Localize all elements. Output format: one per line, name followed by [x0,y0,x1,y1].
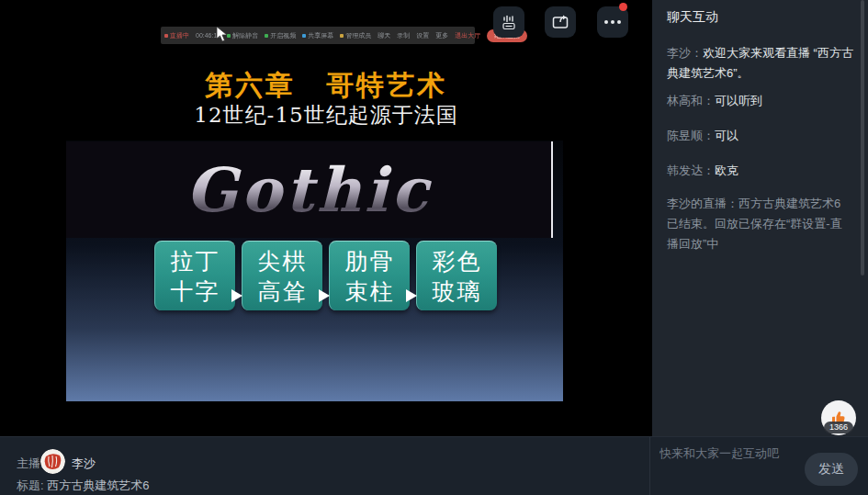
chat-message: 林高和：可以听到 [667,91,855,111]
slide-box-stained-glass: 彩色 玻璃 [416,241,497,310]
captured-meeting-toolbar: 直播中 00:46:10 解除静音 开启视频 共享屏幕 管理成员 聊天 录制 设… [161,27,475,44]
chat-input[interactable] [659,446,797,460]
gothic-logo-text: Gothic [186,154,432,226]
toolbar-exit-label: 退出大厅 [455,31,480,40]
box-line: 十字 [171,276,220,307]
chat-message: 陈昱顺：可以 [667,126,855,146]
chat-message: 韩发达：欧克 [667,161,855,181]
chat-panel-title: 聊天互动 [667,9,718,26]
chat-message-sender: 林高和： [667,94,715,107]
box-line: 尖栱 [258,246,308,276]
chat-message-sender: 韩发达： [667,163,715,177]
live-status-label: 直播中 [164,31,189,40]
stream-title-label: 标题: [17,478,44,492]
gothic-logo-image: Gothic [66,141,553,238]
chat-message-sender: 陈昱顺： [667,129,715,142]
box-line: 肋骨 [345,246,395,276]
arrow-right-icon [231,289,242,302]
chat-message-text: 可以听到 [715,94,762,107]
host-name: 李沙 [72,456,96,472]
slide-subtitle: 12世纪-15世纪起源于法国 [0,101,652,129]
slide-panel: Gothic 拉丁 十字 尖栱 高耸 肋骨 束柱 彩色 玻璃 [66,141,563,401]
chat-panel: 聊天互动 李沙：欢迎大家来观看直播 “西方古典建筑艺术6”。 林高和：可以听到 … [652,0,868,436]
slide-box-pointed-arch: 尖栱 高耸 [242,241,322,310]
toolbar-item-chat: 聊天 [378,31,390,40]
like-count-badge: 1366 [824,422,853,433]
toolbar-item-settings: 设置 [416,31,429,40]
bottom-bar: 主播: 李沙 标题: 西方古典建筑艺术6 发送 [0,436,868,495]
send-button[interactable]: 发送 [805,453,858,486]
stream-title-row: 标题: 西方古典建筑艺术6 [17,478,149,494]
box-line: 高耸 [258,276,308,307]
chat-message-sender: 李沙： [667,46,703,60]
slide-box-rib-vault: 肋骨 束柱 [329,241,410,310]
box-line: 彩色 [433,246,482,276]
slide-chapter-title: 第六章 哥特艺术 [0,67,652,105]
toolbar-item-video: 开启视频 [265,31,296,40]
slide-box-latin-cross: 拉丁 十字 [154,241,235,310]
panel-divider [649,437,650,495]
toolbar-item-record: 录制 [397,31,410,40]
toolbar-item-more: 更多 [435,31,448,40]
arrow-right-icon [319,289,330,302]
voice-captions-icon [501,14,517,30]
chat-scrollbar[interactable] [861,0,864,276]
more-button[interactable] [597,6,628,38]
system-message: 李沙的直播：西方古典建筑艺术6 已结束。回放已保存在“群设置-直播回放”中 [667,194,851,254]
chat-message: 李沙：欢迎大家来观看直播 “西方古典建筑艺术6”。 [667,43,855,84]
box-line: 束柱 [345,276,395,307]
video-area: 直播中 00:46:10 解除静音 开启视频 共享屏幕 管理成员 聊天 录制 设… [0,0,652,436]
captions-button[interactable] [493,6,524,38]
box-line: 拉丁 [171,246,220,276]
mouse-cursor-icon [216,26,229,42]
toolbar-item-mute: 解除静音 [227,31,258,40]
stream-title-value: 西方古典建筑艺术6 [47,478,149,492]
toolbar-item-share: 共享屏幕 [302,31,333,40]
host-label: 主播: [17,456,44,472]
host-avatar [40,449,65,474]
notification-dot [619,3,627,11]
share-screen-button[interactable] [545,6,576,38]
chat-message-text: 欧克 [715,163,738,177]
share-screen-icon [551,13,569,31]
toolbar-item-members: 管理成员 [340,31,371,40]
more-dots-icon [604,20,621,24]
chat-message-text: 可以 [715,129,738,142]
box-line: 玻璃 [433,276,482,307]
seal-avatar-icon [40,449,65,474]
arrow-right-icon [406,289,417,302]
